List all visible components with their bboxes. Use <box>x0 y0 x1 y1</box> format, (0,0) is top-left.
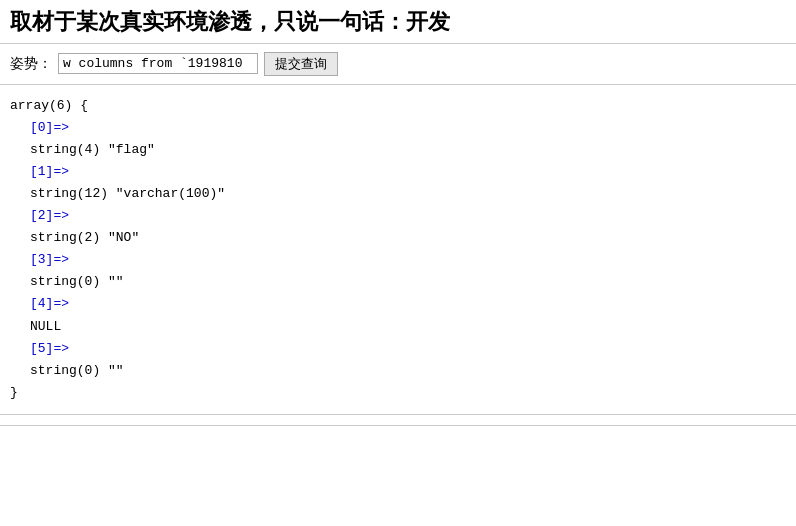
result-line: string(0) "" <box>10 271 786 293</box>
page-title: 取材于某次真实环境渗透，只说一句话：开发 <box>10 9 450 34</box>
result-line: [2]=> <box>10 205 786 227</box>
result-line: } <box>10 382 786 404</box>
result-line: [3]=> <box>10 249 786 271</box>
result-line: [4]=> <box>10 293 786 315</box>
query-section: 姿势： 提交查询 <box>0 44 796 85</box>
query-label: 姿势： <box>10 55 52 73</box>
result-line: string(12) "varchar(100)" <box>10 183 786 205</box>
bottom-divider <box>0 425 796 426</box>
result-line: [1]=> <box>10 161 786 183</box>
header-section: 取材于某次真实环境渗透，只说一句话：开发 <box>0 0 796 44</box>
result-line: string(0) "" <box>10 360 786 382</box>
result-line: [0]=> <box>10 117 786 139</box>
result-line: [5]=> <box>10 338 786 360</box>
result-section: array(6) {[0]=>string(4) "flag"[1]=>stri… <box>0 85 796 415</box>
result-line: NULL <box>10 316 786 338</box>
query-input[interactable] <box>58 53 258 74</box>
result-line: string(4) "flag" <box>10 139 786 161</box>
result-line: array(6) { <box>10 95 786 117</box>
submit-button[interactable]: 提交查询 <box>264 52 338 76</box>
result-line: string(2) "NO" <box>10 227 786 249</box>
